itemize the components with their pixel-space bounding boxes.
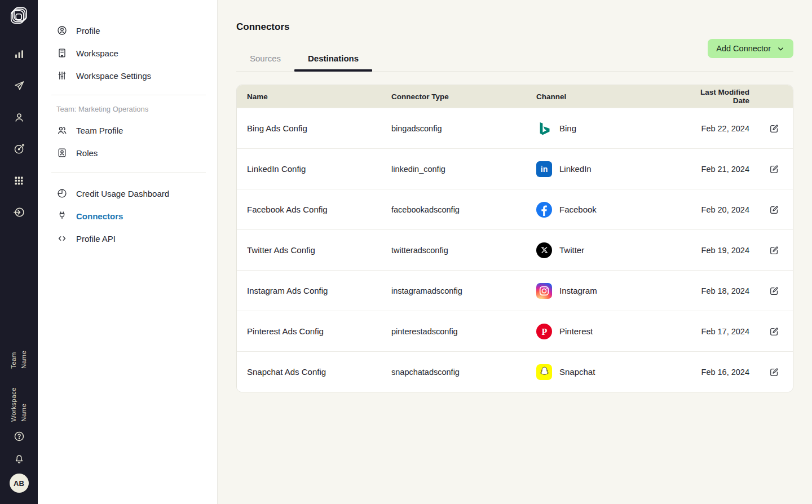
row-last-modified-cell: Feb 22, 2024: [687, 124, 749, 133]
row-last-modified-cell: Feb 17, 2024: [687, 327, 749, 336]
row-name-cell: Twitter Ads Config: [247, 245, 391, 255]
table-header-row: Name Connector Type Channel Last Modifie…: [237, 85, 793, 108]
brand-logo[interactable]: [8, 6, 30, 30]
column-header-connector-type: Connector Type: [391, 92, 536, 101]
edit-icon[interactable]: [768, 366, 780, 378]
sidebar-item-profile[interactable]: Profile: [38, 19, 217, 42]
row-connector-type-cell: linkedin_config: [391, 165, 536, 174]
row-name-cell: Pinterest Ads Config: [247, 326, 391, 336]
sidebar-item-profile-api[interactable]: Profile API: [38, 227, 217, 250]
sidebar-item-label: Team Profile: [76, 126, 123, 135]
sidebar-item-label: Profile API: [76, 234, 116, 244]
row-name-cell: Instagram Ads Config: [247, 286, 391, 295]
row-last-modified-cell: Feb 19, 2024: [687, 246, 749, 255]
table-row: Bing Ads Config bingadsconfig Bing Feb 2…: [237, 108, 793, 148]
svg-text:in: in: [541, 165, 548, 174]
tab-destinations[interactable]: Destinations: [294, 47, 372, 71]
sidebar-item-label: Workspace: [76, 48, 118, 58]
bing-icon: [536, 121, 552, 136]
page-title: Connectors: [236, 21, 793, 32]
sign-in-icon[interactable]: [12, 205, 26, 219]
sidebar-item-workspace[interactable]: Workspace: [38, 42, 217, 64]
edit-icon[interactable]: [768, 285, 780, 297]
sidebar-item-roles[interactable]: Roles: [38, 142, 217, 164]
main-content: Connectors Add Connector SourcesDestinat…: [218, 21, 812, 392]
edit-icon[interactable]: [768, 163, 780, 175]
id-badge-icon: [56, 147, 68, 158]
row-channel-cell: Twitter: [536, 242, 687, 258]
users-icon: [56, 125, 68, 136]
edit-icon[interactable]: [768, 244, 780, 257]
row-connector-type-cell: bingadsconfig: [391, 124, 536, 133]
column-header-name: Name: [247, 92, 391, 101]
sidebar-item-credit-usage-dashboard[interactable]: Credit Usage Dashboard: [38, 182, 217, 205]
workspace-name-label: Workspace Name: [9, 370, 29, 422]
row-connector-type-cell: instagramadsconfig: [391, 286, 536, 295]
edit-icon[interactable]: [768, 122, 780, 135]
sidebar-item-workspace-settings[interactable]: Workspace Settings: [38, 64, 217, 87]
row-connector-type-cell: pinterestadsconfig: [391, 327, 536, 336]
twitter-icon: [536, 242, 552, 258]
table-row: Snapchat Ads Config snapchatadsconfig Sn…: [237, 351, 793, 392]
edit-icon[interactable]: [768, 204, 780, 216]
send-icon[interactable]: [12, 79, 26, 92]
building-icon: [56, 47, 68, 59]
user-icon[interactable]: [12, 110, 26, 124]
column-header-last-modified-date: Last Modified Date: [687, 88, 749, 105]
row-channel-cell: P Pinterest: [536, 324, 687, 339]
row-last-modified-cell: Feb 20, 2024: [687, 205, 749, 214]
column-header-channel: Channel: [536, 92, 687, 101]
row-name-cell: Bing Ads Config: [247, 123, 391, 133]
code-icon: [56, 233, 68, 244]
connectors-table: Name Connector Type Channel Last Modifie…: [236, 85, 793, 392]
sidebar: Profile Workspace Workspace Settings Tea…: [38, 0, 218, 504]
instagram-icon: [536, 283, 552, 299]
user-circle-icon: [56, 25, 68, 36]
row-last-modified-cell: Feb 21, 2024: [687, 165, 749, 174]
gauge-icon[interactable]: [12, 142, 26, 156]
row-connector-type-cell: twitteradsconfig: [391, 246, 536, 255]
row-channel-label: Twitter: [559, 245, 584, 255]
avatar[interactable]: AB: [10, 474, 29, 493]
sidebar-item-team-profile[interactable]: Team Profile: [38, 119, 217, 142]
add-connector-label: Add Connector: [716, 44, 771, 53]
table-row: Pinterest Ads Config pinterestadsconfig …: [237, 311, 793, 351]
rail-bottom: AB: [0, 430, 38, 493]
add-connector-button[interactable]: Add Connector: [708, 39, 793, 58]
help-icon[interactable]: [12, 430, 26, 443]
row-channel-cell: Snapchat: [536, 364, 687, 380]
team-name-label: Team Name: [9, 334, 29, 369]
row-name-cell: Snapchat Ads Config: [247, 367, 391, 377]
linkedin-icon: in: [536, 161, 552, 177]
edit-icon[interactable]: [768, 325, 780, 338]
bar-chart-icon[interactable]: [12, 47, 26, 61]
sidebar-item-label: Workspace Settings: [76, 71, 151, 81]
icon-rail: Workspace Name Team Name AB: [0, 0, 38, 504]
svg-text:P: P: [541, 326, 547, 336]
table-row: Facebook Ads Config facebookadsconfig Fa…: [237, 189, 793, 229]
row-last-modified-cell: Feb 18, 2024: [687, 286, 749, 295]
row-connector-type-cell: facebookadsconfig: [391, 205, 536, 214]
sidebar-item-label: Credit Usage Dashboard: [76, 189, 169, 198]
row-channel-label: Facebook: [559, 205, 597, 214]
row-channel-label: LinkedIn: [559, 164, 592, 174]
workspace-team-vertical-label: Workspace Name Team Name: [0, 334, 38, 422]
grid-icon[interactable]: [12, 174, 26, 187]
table-row: Instagram Ads Config instagramadsconfig …: [237, 270, 793, 311]
row-channel-cell: Instagram: [536, 283, 687, 299]
row-channel-cell: Facebook: [536, 202, 687, 218]
tab-sources[interactable]: Sources: [236, 47, 294, 71]
row-channel-cell: Bing: [536, 121, 687, 136]
pie-chart-icon: [56, 188, 68, 199]
row-channel-label: Bing: [559, 123, 576, 133]
facebook-icon: [536, 202, 552, 218]
bell-icon[interactable]: [12, 452, 26, 465]
row-last-modified-cell: Feb 16, 2024: [687, 368, 749, 377]
sidebar-item-connectors[interactable]: Connectors: [38, 205, 217, 227]
sliders-icon: [56, 70, 68, 81]
row-channel-cell: in LinkedIn: [536, 161, 687, 177]
row-channel-label: Instagram: [559, 286, 597, 295]
sidebar-item-label: Roles: [76, 148, 98, 158]
sidebar-divider: [51, 95, 206, 95]
row-name-cell: Facebook Ads Config: [247, 205, 391, 214]
